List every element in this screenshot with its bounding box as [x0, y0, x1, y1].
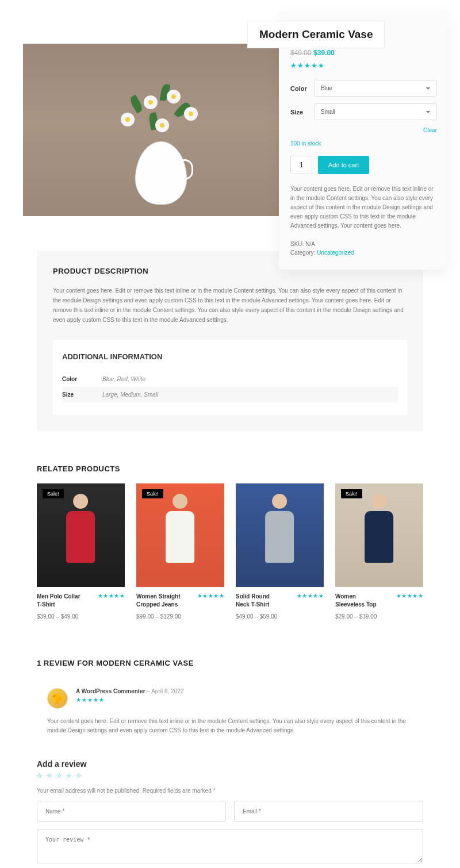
related-name: Women Sleeveless Top [335, 593, 384, 609]
rating-input[interactable]: ☆ ☆ ☆ ☆ ☆ [37, 772, 423, 779]
review-field[interactable] [37, 829, 423, 863]
product-image[interactable] [23, 44, 299, 216]
related-product[interactable]: Sale! Men Polo Collar T-Shirt★★★★★ $39.0… [37, 483, 125, 620]
review-author: A WordPress Commenter [76, 688, 145, 694]
related-price: $99.00 – $129.00 [136, 613, 224, 620]
rating-stars: ★★★★★ [197, 593, 225, 599]
sku-line: SKU: N/A [290, 241, 437, 247]
table-row: ColorBlue, Red, White [62, 371, 398, 387]
rating-stars: ★★★★★ [290, 62, 437, 70]
price-old: $49.00 [290, 49, 312, 57]
quantity-input[interactable] [290, 156, 312, 174]
rating-stars: ★★★★★ [98, 593, 125, 599]
related-heading: RELATED PRODUCTS [37, 464, 423, 473]
related-price: $29.00 – $39.00 [335, 613, 423, 620]
size-select[interactable]: Small [315, 103, 437, 120]
review-body: Your content goes here. Edit or remove t… [47, 717, 413, 735]
related-product[interactable]: Solid Round Neck T-Shirt★★★★★ $49.00 – $… [236, 483, 324, 620]
price-new: $39.00 [313, 49, 335, 57]
category-link[interactable]: Uncategorized [317, 249, 354, 256]
description-body: Your content goes here. Edit or remove t… [53, 286, 407, 325]
category-line: Category: Uncategorized [290, 249, 437, 256]
price: $49.00 $39.00 [290, 49, 437, 57]
add-to-cart-button[interactable]: Add to cart [318, 156, 369, 174]
product-title-box: Modern Ceramic Vase [247, 21, 385, 48]
related-product[interactable]: Sale! Women Sleeveless Top★★★★★ $29.00 –… [335, 483, 423, 620]
form-disclaimer: Your email address will not be published… [37, 788, 423, 794]
add-review-heading: Add a review [37, 759, 423, 769]
rating-stars: ★★★★★ [297, 593, 324, 599]
related-product[interactable]: Sale! Women Straight Cropped Jeans★★★★★ … [136, 483, 224, 620]
review-card: 🐤 A WordPress Commenter – April 6, 2022 … [37, 678, 423, 746]
related-price: $49.00 – $59.00 [236, 613, 324, 620]
review-date: April 6, 2022 [151, 688, 183, 694]
size-label: Size [290, 109, 315, 116]
name-field[interactable] [37, 801, 226, 822]
related-name: Solid Round Neck T-Shirt [236, 593, 285, 609]
product-title: Modern Ceramic Vase [259, 28, 373, 41]
clear-link[interactable]: Clear [423, 127, 437, 133]
product-info-panel: $49.00 $39.00 ★★★★★ Color Blue Size Smal… [279, 11, 448, 270]
related-name: Men Polo Collar T-Shirt [37, 593, 86, 609]
table-row: SizeLarge, Medium, Small [62, 387, 398, 402]
related-name: Women Straight Cropped Jeans [136, 593, 185, 609]
color-select[interactable]: Blue [315, 80, 437, 97]
attributes-table: ColorBlue, Red, White SizeLarge, Medium,… [62, 371, 398, 402]
related-price: $39.00 – $49.00 [37, 613, 125, 620]
stock-status: 100 in stock [290, 140, 437, 147]
additional-info-heading: ADDITIONAL INFORMATION [62, 352, 398, 361]
reviews-heading: 1 REVIEW FOR MODERN CERAMIC VASE [37, 659, 423, 667]
short-description: Your content goes here. Edit or remove t… [290, 185, 437, 231]
avatar: 🐤 [47, 688, 68, 709]
color-label: Color [290, 85, 315, 92]
rating-stars: ★★★★★ [396, 593, 424, 599]
email-field[interactable] [234, 801, 423, 822]
rating-stars: ★★★★★ [76, 697, 183, 703]
